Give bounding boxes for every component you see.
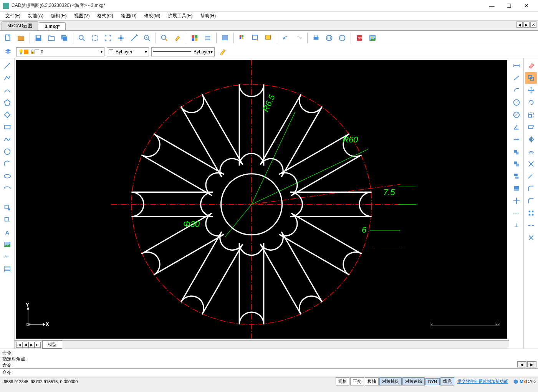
measure-icon[interactable]: [128, 32, 140, 44]
dim-over-icon[interactable]: [511, 183, 522, 194]
copy-icon[interactable]: [525, 72, 537, 84]
undo-icon[interactable]: [280, 32, 291, 44]
minimize-button[interactable]: —: [483, 0, 500, 12]
pencil-icon[interactable]: [217, 46, 228, 58]
image-icon[interactable]: [367, 32, 378, 44]
move-icon[interactable]: [525, 84, 537, 96]
pdf-icon[interactable]: PDF: [354, 32, 365, 44]
hatch-icon[interactable]: [2, 263, 13, 275]
block-create-icon[interactable]: +: [2, 214, 13, 226]
break-icon[interactable]: [525, 220, 537, 231]
regen-icon[interactable]: +: [141, 32, 153, 44]
menu-help[interactable]: 帮助(H): [196, 12, 220, 20]
cmd-scroll-right[interactable]: ▶: [527, 361, 536, 367]
grid-color-icon[interactable]: [237, 32, 248, 44]
status-dyn[interactable]: DYN: [425, 378, 440, 385]
linetype-dropdown[interactable]: ByLayer ▾: [151, 47, 215, 56]
array-icon[interactable]: [525, 207, 537, 219]
dim-arc-icon[interactable]: [511, 84, 522, 96]
model-next-button[interactable]: ▶: [28, 342, 35, 348]
zoom-window-icon[interactable]: [76, 32, 88, 44]
image-insert-icon[interactable]: [2, 239, 13, 250]
color-dropdown[interactable]: ByLayer ▾: [107, 47, 149, 56]
model-prev-button[interactable]: ◀: [22, 342, 28, 348]
dim-linear-icon[interactable]: [511, 60, 522, 71]
dim-baseline-icon[interactable]: [511, 146, 522, 157]
cmd-scroll-left[interactable]: ◀: [517, 361, 526, 367]
menu-modify[interactable]: 修改(M): [140, 12, 164, 20]
line-icon[interactable]: [2, 60, 13, 71]
pentagon-icon[interactable]: [2, 109, 13, 121]
find-icon[interactable]: [159, 32, 170, 44]
dim-ord-icon[interactable]: [511, 158, 522, 170]
close-button[interactable]: ✕: [518, 0, 535, 12]
save-icon[interactable]: [33, 32, 44, 44]
folder-icon[interactable]: [46, 32, 57, 44]
command-input[interactable]: [14, 370, 536, 375]
stretch-icon[interactable]: [525, 121, 537, 133]
trim-icon[interactable]: [525, 158, 537, 170]
dim-radius-icon[interactable]: [511, 97, 522, 108]
dim-angular-icon[interactable]: [511, 121, 522, 133]
layer-state-icon[interactable]: [263, 32, 274, 44]
leader-icon[interactable]: [511, 207, 522, 219]
text-icon[interactable]: A: [2, 227, 13, 238]
chamfer-icon[interactable]: [525, 195, 537, 207]
menu-format[interactable]: 格式(O): [93, 12, 117, 20]
drawing-canvas[interactable]: R6.5 R60 Φ30 7.5 6 XY 535: [16, 60, 507, 339]
open-file-icon[interactable]: [15, 32, 27, 44]
tab-close-button[interactable]: ✕: [530, 22, 536, 28]
status-grid[interactable]: 栅格: [336, 377, 349, 385]
new-file-icon[interactable]: [2, 32, 14, 44]
mtext-icon[interactable]: A≡: [2, 251, 13, 263]
rotate-icon[interactable]: [525, 97, 537, 108]
mirror-icon[interactable]: [525, 134, 537, 145]
zoom-extents-icon[interactable]: [89, 32, 101, 44]
status-ortho[interactable]: 正交: [350, 377, 364, 385]
model-first-button[interactable]: ⏮: [16, 342, 22, 348]
ellipse-icon[interactable]: [2, 170, 13, 182]
model-tab[interactable]: 模型: [42, 341, 62, 349]
rectangle-icon[interactable]: [2, 121, 13, 133]
erase-icon[interactable]: [525, 60, 537, 71]
save-all-icon[interactable]: [59, 32, 70, 44]
arc2-icon[interactable]: [2, 158, 13, 170]
menu-ext[interactable]: 扩展工具(E): [164, 12, 196, 20]
tab-cloud[interactable]: MxCAD云图: [2, 21, 38, 30]
circle-icon[interactable]: [2, 146, 13, 157]
ellipse-arc-icon[interactable]: [2, 183, 13, 194]
polyline-icon[interactable]: [2, 72, 13, 84]
tolerance-icon[interactable]: [511, 195, 522, 207]
tab-next-button[interactable]: ▶: [523, 22, 530, 28]
dim-diameter-icon[interactable]: [511, 109, 522, 121]
menu-edit[interactable]: 编辑(E): [47, 12, 70, 20]
web-icon[interactable]: [323, 32, 335, 44]
layers-icon[interactable]: [2, 46, 14, 58]
web2-icon[interactable]: [336, 32, 348, 44]
tab-prev-button[interactable]: ◀: [516, 22, 523, 28]
offset-icon[interactable]: [525, 146, 537, 157]
menu-draw[interactable]: 绘图(D): [117, 12, 141, 20]
model-last-button[interactable]: ⏭: [35, 342, 41, 348]
pan-icon[interactable]: [115, 32, 127, 44]
dim-stack-icon[interactable]: [511, 170, 522, 182]
fullscreen-icon[interactable]: [102, 32, 114, 44]
redo-icon[interactable]: [293, 32, 305, 44]
layer-dropdown[interactable]: 💡 🔓 0 ▾: [16, 47, 104, 56]
block-insert-icon[interactable]: [2, 202, 13, 213]
menu-view[interactable]: 视图(V): [70, 12, 93, 20]
properties-icon[interactable]: [189, 32, 200, 44]
list-icon[interactable]: [202, 32, 214, 44]
explode-icon[interactable]: [525, 232, 537, 243]
select-window-icon[interactable]: [219, 32, 231, 44]
dim-continue-icon[interactable]: [511, 134, 522, 145]
extend-icon[interactable]: [525, 170, 537, 182]
feedback-link[interactable]: 提交软件问题或增加新功能: [457, 379, 508, 384]
maximize-button[interactable]: ☐: [500, 0, 518, 12]
print-icon[interactable]: [310, 32, 322, 44]
menu-function[interactable]: 功能(A): [24, 12, 47, 20]
dim-aligned-icon[interactable]: [511, 72, 522, 84]
scale-icon[interactable]: [525, 109, 537, 121]
status-lweight[interactable]: 线宽: [440, 377, 454, 385]
polygon-icon[interactable]: [2, 97, 13, 108]
